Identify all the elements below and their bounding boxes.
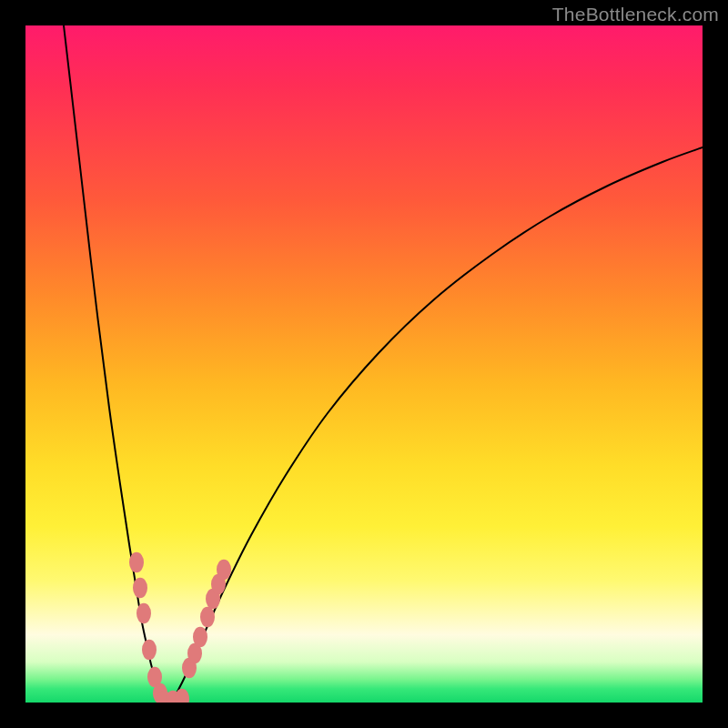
marker-left [142, 640, 157, 660]
marker-right [200, 607, 215, 627]
marker-left [129, 552, 144, 572]
outer-frame: TheBottleneck.com [0, 0, 728, 728]
curve-right-branch [169, 147, 703, 703]
marker-right [193, 627, 207, 647]
marker-layer [129, 552, 231, 703]
marker-left [133, 578, 147, 598]
curve-left-branch [64, 25, 169, 703]
marker-right [217, 560, 231, 580]
plot-area [25, 25, 703, 703]
plot-svg [25, 25, 703, 703]
watermark-text: TheBottleneck.com [552, 4, 719, 25]
marker-left [136, 603, 151, 623]
